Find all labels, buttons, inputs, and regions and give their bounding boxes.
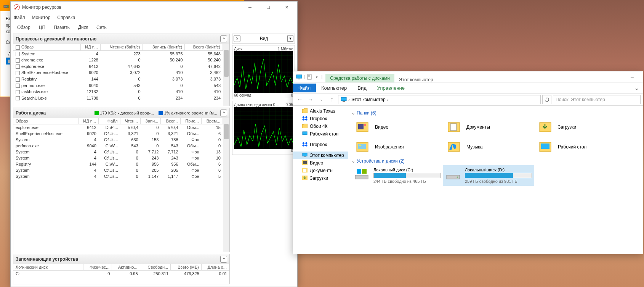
svg-rect-10 bbox=[303, 153, 307, 156]
folder-item[interactable]: Документы bbox=[443, 117, 534, 137]
qat-dropdown-icon[interactable]: ▾ bbox=[314, 74, 320, 80]
sidebar-item[interactable]: Alexis Texas bbox=[293, 107, 348, 115]
table-row[interactable]: explorer.exe6412D:\Pi...570,40570,4Обы..… bbox=[13, 124, 223, 131]
menu-monitor[interactable]: Монитор bbox=[32, 15, 51, 20]
table-row[interactable]: System4C:\Us...0205205Фон6 bbox=[13, 167, 223, 173]
svg-rect-2 bbox=[296, 75, 302, 78]
search-input[interactable]: Поиск: Этот компьютер bbox=[553, 95, 641, 104]
folder-icon bbox=[537, 140, 553, 154]
table-row[interactable]: perfmon.exe9040C:\W...5430543Обы...0 bbox=[13, 143, 223, 149]
ribbon-file[interactable]: Файл bbox=[293, 84, 316, 92]
folder-item[interactable]: Музыка bbox=[443, 137, 534, 157]
table-row[interactable]: Registry144C:\W...0956956Обы...6 bbox=[13, 161, 223, 167]
svg-point-19 bbox=[364, 124, 366, 126]
table-row[interactable]: C:00.95250,811476,3250.01 bbox=[13, 271, 229, 277]
graph-view-dropdown[interactable]: ▼ bbox=[287, 35, 293, 42]
explorer-navbar: ← → ⌄ ↑ › Этот компьютер › Поиск: Этот к… bbox=[293, 94, 643, 106]
refresh-button[interactable] bbox=[542, 95, 551, 104]
table-row[interactable]: chrome.exe1228050,24050,240 bbox=[13, 57, 223, 63]
table-row[interactable]: System4C:\Us...07,7127,712Фон13 bbox=[13, 149, 223, 155]
sidebar-item[interactable]: Видео bbox=[293, 159, 348, 167]
tab-cpu[interactable]: ЦП bbox=[35, 23, 50, 31]
tab-disk[interactable]: Диск bbox=[74, 23, 92, 31]
table-row[interactable]: taskhostw.exe121320410410 bbox=[13, 89, 223, 95]
sidebar-item[interactable]: Документы bbox=[293, 167, 348, 174]
table-row[interactable]: ShellExperienceHost.exe9020C:\Us...3,321… bbox=[13, 131, 223, 137]
resmon-app-icon bbox=[14, 4, 20, 10]
maximize-button[interactable]: ☐ bbox=[261, 3, 276, 12]
nav-up-button[interactable]: ↑ bbox=[327, 95, 336, 104]
folder-item[interactable]: Изображения bbox=[351, 137, 443, 157]
folder-item[interactable]: Рабочий стол bbox=[534, 137, 626, 157]
panel2-scrollbar[interactable] bbox=[223, 118, 229, 252]
svg-rect-7 bbox=[341, 97, 346, 101]
table-row[interactable]: Registry14403,0733,073 bbox=[13, 76, 223, 82]
table-row[interactable]: SearchUI.exe117880234234 bbox=[13, 95, 223, 102]
table-row[interactable]: System4C:\Us...630158788Фон0 bbox=[13, 137, 223, 143]
pc-icon bbox=[296, 74, 302, 80]
panel1-scrollbar[interactable] bbox=[223, 44, 229, 106]
drive-item[interactable]: Локальный диск (C:)244 ГБ свободно из 46… bbox=[351, 165, 443, 186]
folder-item[interactable]: Загрузки bbox=[534, 117, 626, 137]
breadcrumb-item[interactable]: Этот компьютер bbox=[351, 97, 386, 102]
svg-rect-28 bbox=[541, 144, 549, 149]
folder-item[interactable]: Видео bbox=[351, 117, 443, 137]
legend-blue-icon bbox=[159, 111, 163, 115]
table-row[interactable]: ShellExperienceHost.exe90203,0724103,482 bbox=[13, 69, 223, 76]
explorer-minimize-button[interactable]: ─ bbox=[625, 73, 640, 82]
sidebar-item[interactable]: Dropbox bbox=[293, 115, 348, 123]
panel-disk-processes: Процессы с дисковой активностью ⌃ ОбразИ… bbox=[13, 34, 230, 106]
menu-help[interactable]: Справка bbox=[57, 15, 75, 20]
explorer-ribbon: Файл Компьютер Вид Управление ⌄ bbox=[293, 83, 643, 94]
context-tab-label[interactable]: Средства работы с дисками bbox=[325, 74, 394, 82]
folder-icon bbox=[302, 108, 308, 114]
graph-collapse-button[interactable]: › bbox=[234, 35, 240, 42]
nav-forward-button[interactable]: → bbox=[306, 95, 315, 104]
pc-icon bbox=[341, 97, 347, 102]
folder-icon bbox=[354, 120, 370, 134]
explorer-title-text: Этот компьютер bbox=[394, 77, 438, 82]
group-drives-header[interactable]: ⌄Устройства и диски (2) bbox=[351, 157, 643, 165]
sidebar-item[interactable]: Обои 4К bbox=[293, 123, 348, 130]
tab-network[interactable]: Сеть bbox=[92, 23, 111, 31]
graph-header-bar: › Вид ▼ bbox=[232, 34, 295, 44]
ribbon-manage[interactable]: Управление bbox=[372, 84, 410, 92]
qat-properties-icon[interactable] bbox=[306, 74, 312, 80]
drive-item[interactable]: Локальный диск (D:)259 ГБ свободно из 93… bbox=[443, 165, 534, 186]
panel3-collapse-button[interactable]: ⌃ bbox=[220, 256, 227, 263]
svg-rect-21 bbox=[450, 124, 457, 131]
table-row[interactable]: System427355,37555,648 bbox=[13, 51, 223, 57]
svg-point-33 bbox=[457, 177, 458, 178]
sidebar-item[interactable]: Dropbox bbox=[293, 141, 348, 148]
sidebar-item[interactable]: Загрузки bbox=[293, 174, 348, 182]
nav-back-button[interactable]: ← bbox=[295, 95, 304, 104]
close-button[interactable]: ✕ bbox=[279, 3, 294, 12]
explorer-titlebar[interactable]: | ▾ | Средства работы с дисками Этот ком… bbox=[293, 71, 643, 83]
table-row[interactable]: perfmon.exe90405430543 bbox=[13, 82, 223, 89]
svg-rect-30 bbox=[357, 169, 361, 174]
tab-overview[interactable]: Обзор bbox=[13, 23, 35, 31]
resmon-title-text: Монитор ресурсов bbox=[22, 5, 242, 10]
explorer-content: ⌄Папки (6) ВидеоДокументыЗагрузкиИзображ… bbox=[348, 106, 643, 254]
ribbon-computer[interactable]: Компьютер bbox=[316, 84, 352, 92]
ribbon-view[interactable]: Вид bbox=[352, 84, 372, 92]
folder-icon bbox=[354, 140, 370, 154]
menu-file[interactable]: Файл bbox=[14, 15, 25, 20]
ribbon-collapse-button[interactable]: ⌄ bbox=[630, 84, 643, 92]
breadcrumb[interactable]: › Этот компьютер › bbox=[338, 95, 541, 104]
nav-history-dropdown[interactable]: ⌄ bbox=[317, 95, 326, 104]
table-row[interactable]: explorer.exe641247,642047,642 bbox=[13, 63, 223, 70]
minimize-button[interactable]: ─ bbox=[242, 3, 258, 12]
sidebar-item[interactable]: Этот компьютер bbox=[293, 152, 348, 159]
svg-rect-24 bbox=[358, 144, 366, 149]
table-row[interactable]: System4C:\Us...0243243Фон10 bbox=[13, 155, 223, 161]
tab-memory[interactable]: Память bbox=[50, 23, 74, 31]
svg-rect-31 bbox=[362, 169, 367, 174]
graph-disk-chart bbox=[234, 51, 293, 93]
sidebar-item[interactable]: Рабочий стол bbox=[293, 130, 348, 138]
group-folders-header[interactable]: ⌄Папки (6) bbox=[351, 109, 643, 117]
resmon-titlebar[interactable]: Монитор ресурсов ─ ☐ ✕ bbox=[11, 2, 297, 13]
table-row[interactable]: System4C:\Us...01,1471,147Фон5 bbox=[13, 173, 223, 179]
panel1-collapse-button[interactable]: ⌃ bbox=[220, 35, 227, 42]
panel2-collapse-button[interactable]: ⌃ bbox=[220, 110, 227, 116]
